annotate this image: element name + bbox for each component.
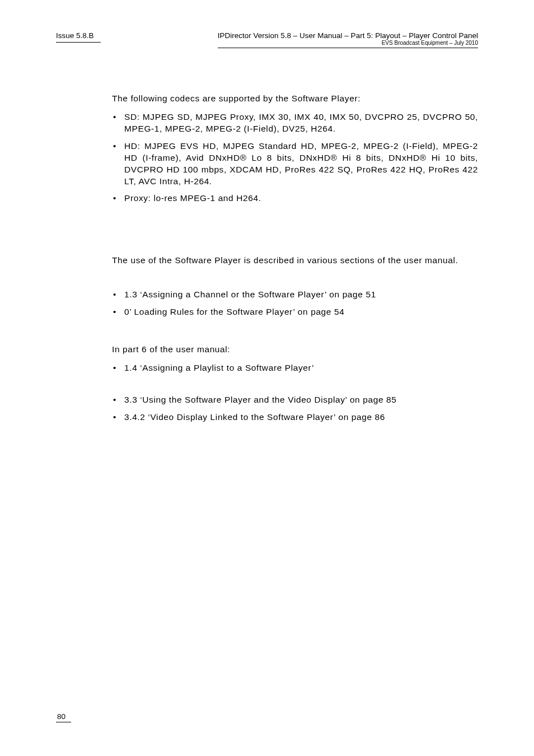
spacer	[112, 384, 478, 394]
intro-paragraph-1: The following codecs are supported by th…	[112, 93, 478, 105]
intro-paragraph-2: The use of the Software Player is descri…	[112, 255, 478, 267]
list-item: HD: MJPEG EVS HD, MJPEG Standard HD, MPE…	[112, 141, 478, 188]
page-header: Issue 5.8.B IPDirector Version 5.8 – Use…	[56, 31, 478, 48]
list-item: 3.4.2 ‘Video Display Linked to the Softw…	[112, 412, 478, 423]
spacer	[112, 328, 478, 344]
spacer	[112, 214, 478, 255]
list-item: 1.4 ‘Assigning a Playlist to a Software …	[112, 362, 478, 374]
page-number: 80	[56, 712, 71, 722]
list-item: 3.3 ‘Using the Software Player and the V…	[112, 394, 478, 406]
spacer	[112, 273, 478, 289]
page-content: The following codecs are supported by th…	[112, 93, 478, 423]
header-right-block: IPDirector Version 5.8 – User Manual – P…	[218, 31, 478, 48]
reference-list-1: 1.3 ‘Assigning a Channel or the Software…	[112, 289, 478, 318]
codec-list: SD: MJPEG SD, MJPEG Proxy, IMX 30, IMX 4…	[112, 111, 478, 204]
header-title: IPDirector Version 5.8 – User Manual – P…	[218, 31, 478, 40]
header-right: IPDirector Version 5.8 – User Manual – P…	[218, 31, 478, 48]
list-item: SD: MJPEG SD, MJPEG Proxy, IMX 30, IMX 4…	[112, 111, 478, 135]
header-subtitle: EVS Broadcast Equipment – July 2010	[218, 40, 478, 48]
header-issue: Issue 5.8.B	[56, 31, 101, 43]
list-item: 1.3 ‘Assigning a Channel or the Software…	[112, 289, 478, 301]
list-item: 0’ Loading Rules for the Software Player…	[112, 306, 478, 318]
page: Issue 5.8.B IPDirector Version 5.8 – Use…	[0, 0, 534, 756]
list-item: Proxy: lo-res MPEG-1 and H264.	[112, 193, 478, 204]
intro-paragraph-3: In part 6 of the user manual:	[112, 344, 478, 356]
reference-list-2: 1.4 ‘Assigning a Playlist to a Software …	[112, 362, 478, 374]
reference-list-3: 3.3 ‘Using the Software Player and the V…	[112, 394, 478, 423]
